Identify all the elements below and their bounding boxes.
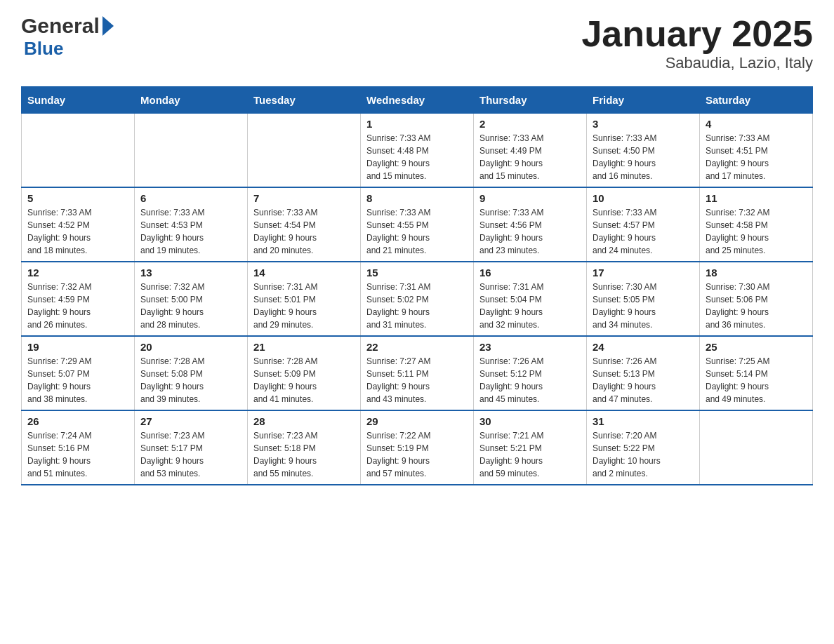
day-number: 2 <box>479 118 581 130</box>
calendar-cell: 11Sunrise: 7:32 AM Sunset: 4:58 PM Dayli… <box>700 187 813 262</box>
day-info: Sunrise: 7:29 AM Sunset: 5:07 PM Dayligh… <box>27 355 128 405</box>
column-header-wednesday: Wednesday <box>361 87 474 114</box>
day-number: 21 <box>253 341 355 353</box>
calendar-week-row: 26Sunrise: 7:24 AM Sunset: 5:16 PM Dayli… <box>22 410 813 485</box>
day-number: 7 <box>253 192 355 204</box>
calendar-header-row: SundayMondayTuesdayWednesdayThursdayFrid… <box>22 87 813 114</box>
day-info: Sunrise: 7:25 AM Sunset: 5:14 PM Dayligh… <box>706 355 807 405</box>
day-number: 18 <box>706 267 807 279</box>
calendar-cell <box>248 114 361 188</box>
day-info: Sunrise: 7:30 AM Sunset: 5:05 PM Dayligh… <box>593 281 694 331</box>
page-title: January 2025 <box>581 14 813 54</box>
calendar-cell: 25Sunrise: 7:25 AM Sunset: 5:14 PM Dayli… <box>700 336 813 410</box>
column-header-sunday: Sunday <box>22 87 135 114</box>
calendar-cell: 10Sunrise: 7:33 AM Sunset: 4:57 PM Dayli… <box>587 187 700 262</box>
day-info: Sunrise: 7:26 AM Sunset: 5:13 PM Dayligh… <box>593 355 694 405</box>
day-number: 11 <box>706 192 807 204</box>
column-header-saturday: Saturday <box>700 87 813 114</box>
title-block: January 2025 Sabaudia, Lazio, Italy <box>581 14 813 72</box>
logo-blue-text: Blue <box>24 38 63 59</box>
day-info: Sunrise: 7:24 AM Sunset: 5:16 PM Dayligh… <box>27 429 128 480</box>
day-info: Sunrise: 7:33 AM Sunset: 4:55 PM Dayligh… <box>366 206 468 257</box>
day-number: 22 <box>366 341 468 353</box>
calendar-table: SundayMondayTuesdayWednesdayThursdayFrid… <box>21 86 813 485</box>
calendar-cell: 22Sunrise: 7:27 AM Sunset: 5:11 PM Dayli… <box>361 336 474 410</box>
calendar-cell: 13Sunrise: 7:32 AM Sunset: 5:00 PM Dayli… <box>135 262 248 336</box>
column-header-friday: Friday <box>587 87 700 114</box>
day-info: Sunrise: 7:33 AM Sunset: 4:48 PM Dayligh… <box>366 132 468 182</box>
day-number: 20 <box>140 341 241 353</box>
day-info: Sunrise: 7:22 AM Sunset: 5:19 PM Dayligh… <box>366 429 468 480</box>
calendar-cell: 4Sunrise: 7:33 AM Sunset: 4:51 PM Daylig… <box>700 114 813 188</box>
column-header-monday: Monday <box>135 87 248 114</box>
calendar-cell <box>22 114 135 188</box>
day-info: Sunrise: 7:31 AM Sunset: 5:04 PM Dayligh… <box>479 281 581 331</box>
day-number: 1 <box>366 118 468 130</box>
column-header-thursday: Thursday <box>474 87 587 114</box>
day-number: 13 <box>140 267 241 279</box>
calendar-cell: 1Sunrise: 7:33 AM Sunset: 4:48 PM Daylig… <box>361 114 474 188</box>
calendar-cell: 24Sunrise: 7:26 AM Sunset: 5:13 PM Dayli… <box>587 336 700 410</box>
day-info: Sunrise: 7:33 AM Sunset: 4:50 PM Dayligh… <box>593 132 694 182</box>
day-number: 17 <box>593 267 694 279</box>
day-info: Sunrise: 7:32 AM Sunset: 4:59 PM Dayligh… <box>27 281 128 331</box>
day-number: 31 <box>593 415 694 427</box>
calendar-cell: 28Sunrise: 7:23 AM Sunset: 5:18 PM Dayli… <box>248 410 361 485</box>
calendar-cell: 27Sunrise: 7:23 AM Sunset: 5:17 PM Dayli… <box>135 410 248 485</box>
calendar-cell: 7Sunrise: 7:33 AM Sunset: 4:54 PM Daylig… <box>248 187 361 262</box>
day-number: 4 <box>706 118 807 130</box>
day-info: Sunrise: 7:32 AM Sunset: 4:58 PM Dayligh… <box>706 206 807 257</box>
day-number: 14 <box>253 267 355 279</box>
day-number: 10 <box>593 192 694 204</box>
day-number: 5 <box>27 192 128 204</box>
day-info: Sunrise: 7:33 AM Sunset: 4:57 PM Dayligh… <box>593 206 694 257</box>
day-info: Sunrise: 7:31 AM Sunset: 5:01 PM Dayligh… <box>253 281 355 331</box>
day-info: Sunrise: 7:23 AM Sunset: 5:18 PM Dayligh… <box>253 429 355 480</box>
page-header: General Blue January 2025 Sabaudia, Lazi… <box>21 14 813 72</box>
calendar-cell: 9Sunrise: 7:33 AM Sunset: 4:56 PM Daylig… <box>474 187 587 262</box>
calendar-cell: 30Sunrise: 7:21 AM Sunset: 5:21 PM Dayli… <box>474 410 587 485</box>
day-number: 28 <box>253 415 355 427</box>
logo: General Blue <box>21 14 114 60</box>
day-info: Sunrise: 7:32 AM Sunset: 5:00 PM Dayligh… <box>140 281 241 331</box>
calendar-cell: 15Sunrise: 7:31 AM Sunset: 5:02 PM Dayli… <box>361 262 474 336</box>
day-number: 16 <box>479 267 581 279</box>
day-info: Sunrise: 7:26 AM Sunset: 5:12 PM Dayligh… <box>479 355 581 405</box>
day-info: Sunrise: 7:28 AM Sunset: 5:09 PM Dayligh… <box>253 355 355 405</box>
calendar-week-row: 1Sunrise: 7:33 AM Sunset: 4:48 PM Daylig… <box>22 114 813 188</box>
page-subtitle: Sabaudia, Lazio, Italy <box>581 54 813 72</box>
calendar-cell: 16Sunrise: 7:31 AM Sunset: 5:04 PM Dayli… <box>474 262 587 336</box>
calendar-cell: 23Sunrise: 7:26 AM Sunset: 5:12 PM Dayli… <box>474 336 587 410</box>
calendar-cell: 26Sunrise: 7:24 AM Sunset: 5:16 PM Dayli… <box>22 410 135 485</box>
logo-arrow-icon <box>102 16 114 36</box>
calendar-cell: 29Sunrise: 7:22 AM Sunset: 5:19 PM Dayli… <box>361 410 474 485</box>
day-number: 26 <box>27 415 128 427</box>
day-info: Sunrise: 7:33 AM Sunset: 4:52 PM Dayligh… <box>27 206 128 257</box>
calendar-cell: 3Sunrise: 7:33 AM Sunset: 4:50 PM Daylig… <box>587 114 700 188</box>
day-number: 29 <box>366 415 468 427</box>
day-number: 12 <box>27 267 128 279</box>
day-number: 3 <box>593 118 694 130</box>
day-number: 6 <box>140 192 241 204</box>
calendar-week-row: 19Sunrise: 7:29 AM Sunset: 5:07 PM Dayli… <box>22 336 813 410</box>
calendar-cell: 21Sunrise: 7:28 AM Sunset: 5:09 PM Dayli… <box>248 336 361 410</box>
logo-general-text: General <box>21 14 100 38</box>
day-info: Sunrise: 7:20 AM Sunset: 5:22 PM Dayligh… <box>593 429 694 480</box>
day-number: 15 <box>366 267 468 279</box>
day-number: 23 <box>479 341 581 353</box>
day-info: Sunrise: 7:27 AM Sunset: 5:11 PM Dayligh… <box>366 355 468 405</box>
column-header-tuesday: Tuesday <box>248 87 361 114</box>
calendar-cell <box>135 114 248 188</box>
day-info: Sunrise: 7:21 AM Sunset: 5:21 PM Dayligh… <box>479 429 581 480</box>
day-info: Sunrise: 7:33 AM Sunset: 4:54 PM Dayligh… <box>253 206 355 257</box>
calendar-cell: 31Sunrise: 7:20 AM Sunset: 5:22 PM Dayli… <box>587 410 700 485</box>
calendar-cell: 5Sunrise: 7:33 AM Sunset: 4:52 PM Daylig… <box>22 187 135 262</box>
day-info: Sunrise: 7:23 AM Sunset: 5:17 PM Dayligh… <box>140 429 241 480</box>
calendar-cell: 2Sunrise: 7:33 AM Sunset: 4:49 PM Daylig… <box>474 114 587 188</box>
day-info: Sunrise: 7:33 AM Sunset: 4:56 PM Dayligh… <box>479 206 581 257</box>
day-info: Sunrise: 7:33 AM Sunset: 4:49 PM Dayligh… <box>479 132 581 182</box>
day-number: 24 <box>593 341 694 353</box>
day-info: Sunrise: 7:28 AM Sunset: 5:08 PM Dayligh… <box>140 355 241 405</box>
day-number: 25 <box>706 341 807 353</box>
calendar-cell <box>700 410 813 485</box>
